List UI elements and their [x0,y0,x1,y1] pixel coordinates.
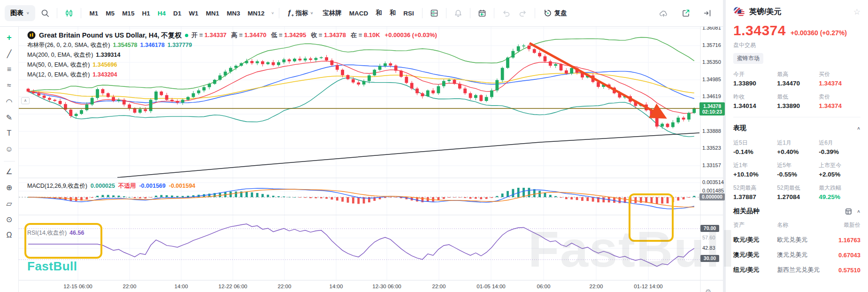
top-toolbar: 图表 ∨ M1M5M15H1H4D1W1MN1MN3MN12 ∨ ƒ+ 指标 ∨… [0,0,723,27]
related-row[interactable]: 澳元/美元澳元兑美元0.67043 [733,251,860,259]
redo-button[interactable] [516,6,530,21]
legend-bollinger[interactable]: 布林带(26, 0, 2.0, SMA, 收盘价)1.3545781.34617… [27,40,437,50]
timeframe-mn1[interactable]: MN1 [202,7,223,20]
timeframe-h1[interactable]: H1 [138,7,154,20]
search-icon [40,8,50,18]
undo-button[interactable] [499,6,513,21]
curve-tool-icon[interactable]: ◠ [2,94,16,108]
alerts-button[interactable] [451,6,465,21]
rsi-band-badge: 70.00 [700,225,719,232]
quote-stats-grid: 今开1.33890最高1.34470买价1.34374昨收1.34014最低1.… [733,70,860,109]
timeframe-m15[interactable]: M15 [118,7,138,20]
wave-tool-icon[interactable]: ≈ [2,78,16,92]
rsi-legend[interactable]: RSI(14,收盘价)46.56 [27,229,84,237]
last-price: 1.34374 [733,23,786,38]
chart-type-button[interactable] [62,6,76,21]
timeframe-mn12[interactable]: MN12 [244,7,268,20]
compare-tool-icon[interactable]: ⊙ [2,212,16,226]
axis-label: 42.83 [702,245,715,251]
crosshair-tool-icon[interactable]: + [2,31,16,45]
chevron-down-icon: ∨ [26,11,30,15]
economic-calendar-button[interactable] [475,6,489,21]
brush-tool-icon[interactable]: ✎ [2,110,16,124]
ohlc-pair: 开 = 1.34337 [192,31,227,40]
ohlc-pair: 在 = 8.10K [351,31,380,40]
indicator-shortcut-2[interactable]: 和 [372,6,385,20]
related-col-header: 名称 [777,221,825,229]
axis-label: 1.34619 [702,93,721,99]
indicator-shortcut-0[interactable]: 宝林牌 [319,6,345,20]
legend-ma200[interactable]: MA(200, 0, EMA, 收盘价)1.339314 [27,50,437,60]
cloud-save-button[interactable] [656,6,671,21]
chevron-up-icon[interactable]: ∧ [857,126,860,131]
performance-cell: 最大跌幅49.25% [819,184,860,200]
measure-tool-icon[interactable]: ∠ [2,164,16,178]
divider [422,8,422,18]
timeframe-d1[interactable]: D1 [169,7,185,20]
indicator-shortcut-3[interactable]: 和 [386,6,399,20]
drawing-tool-rail: +╱≡≈◠✎T☺∠⊕▱⊙Ω [0,27,19,292]
indicators-button[interactable]: ƒ+ 指标 ∨ [284,6,316,21]
timeframe-m1[interactable]: M1 [86,7,102,20]
chevron-up-icon[interactable]: ∧ [857,209,860,214]
collapse-panel-button[interactable] [700,6,714,21]
favorite-star-icon[interactable]: ☆ [853,7,860,17]
time-label: 14:00 [330,284,343,289]
timeframe-group: M1M5M15H1H4D1W1MN1MN3MN12 [86,7,269,20]
replay-button[interactable]: 复盘 [540,6,570,21]
timeframe-h4[interactable]: H4 [154,7,169,20]
pair-title: 英镑/美元 [749,7,781,17]
table-view-icon[interactable] [845,208,852,215]
time-label: 22:00 [123,284,137,289]
time-label: 22:00 [432,284,446,289]
search-button[interactable] [38,6,52,21]
related-col-header: 资产 [733,221,777,229]
pane-collapse-button[interactable]: ∧ [21,97,30,104]
divider [446,8,446,18]
related-row[interactable]: 欧元/美元欧元兑美元1.16763 [733,236,860,244]
toolbar-right-group [656,6,718,21]
trendline-tool-icon[interactable]: ╱ [2,46,16,61]
macd-legend[interactable]: MACD(12,26,9,收盘价)0.000025不适用-0.001569-0.… [27,182,195,190]
ohlc-values: 开 = 1.34337高 = 1.34470低 = 1.34295收 = 1.3… [192,31,437,40]
related-row[interactable]: 纽元/美元新西兰元兑美元0.57510 [733,266,860,274]
legend-ma12[interactable]: MA(12, 0, EMA, 收盘价)1.343204 [27,70,437,79]
stickers-tool-icon[interactable]: ☺ [2,142,16,156]
currency-pair-flag-icon [733,7,745,17]
channels-tool-icon[interactable]: ≡ [2,62,16,77]
text-tool-icon[interactable]: T [2,126,16,140]
fastbull-logo: FastBull [27,259,77,274]
chart-canvas[interactable]: Great Britain Pound vs US Dollar, H4, 不复… [19,27,723,292]
instrument-logo-icon [27,31,36,39]
related-col-header: 最新价 [825,221,860,229]
stat-cell: 最高1.34470 [777,70,819,87]
related-table: 欧元/美元欧元兑美元1.16763澳元/美元澳元兑美元0.67043纽元/美元新… [733,236,860,274]
layout-button[interactable] [427,6,441,21]
ohlc-change: +0.00036 (+0.03%) [385,31,437,40]
gear-icon[interactable]: ⚙ [705,288,711,292]
magnet-tool-icon[interactable]: Ω [2,228,16,242]
quote-sidebar: 英镑/美元 ☆ 1.34374 +0.00360 (+0.27%) 盘中交易 蜜… [726,0,868,292]
eraser-tool-icon[interactable]: ▱ [2,196,16,210]
divider [4,161,15,161]
indicator-shortcut-4[interactable]: RSI [400,7,417,20]
calendar-icon [477,8,487,18]
ohlc-pair: 低 = 1.34295 [271,31,306,40]
timeframe-m5[interactable]: M5 [102,7,118,20]
share-button[interactable] [679,6,693,21]
chart-menu-button[interactable]: 图表 ∨ [5,5,35,21]
divider [535,8,535,18]
divider [57,8,57,18]
chart-menu-label: 图表 [10,9,23,17]
timeframes-chevron-down-icon[interactable]: ∨ [271,11,274,15]
divider [733,117,860,117]
time-label: 01-12 14:00 [634,284,662,289]
timeframe-w1[interactable]: W1 [185,7,202,20]
indicator-shortcut-1[interactable]: MACD [346,7,372,20]
zoom-in-tool-icon[interactable]: ⊕ [2,180,16,194]
legend-ma50[interactable]: MA(50, 0, EMA, 收盘价)1.345696 [27,60,437,69]
axis-label: 1.33523 [702,145,721,151]
stat-cell: 最低1.33890 [777,93,819,109]
timeframe-mn3[interactable]: MN3 [223,7,244,20]
ohlc-pair: 高 = 1.34470 [231,31,267,40]
